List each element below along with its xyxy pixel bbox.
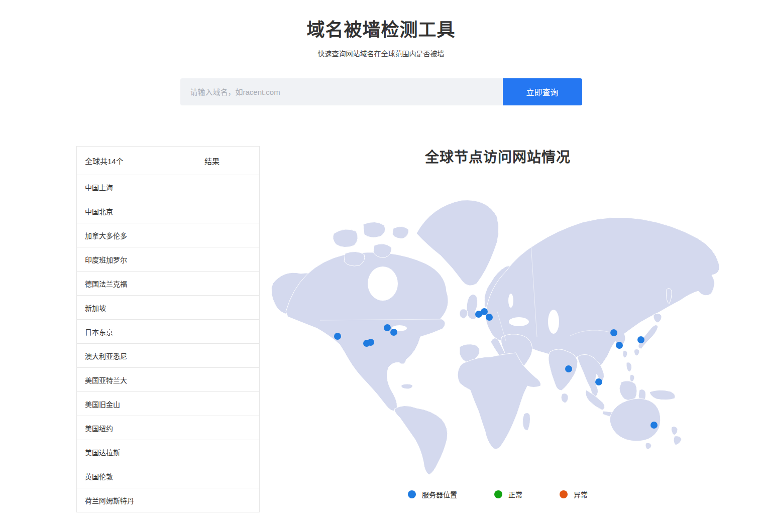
table-header-location: 全球共14个: [77, 156, 204, 166]
domain-search-bar: 立即查询: [180, 78, 582, 105]
table-row: 印度班加罗尔: [77, 247, 259, 272]
map-title: 全球节点访问网站情况: [270, 146, 726, 166]
page-header: 域名被墙检测工具 快速查询网站域名在全球范围内是否被墙: [0, 0, 762, 58]
table-row: 美国亚特兰大: [77, 368, 259, 392]
legend-label: 异常: [574, 489, 588, 499]
location-cell: 中国北京: [77, 206, 204, 216]
table-row: 美国纽约: [77, 416, 259, 440]
server-marker: [637, 336, 644, 343]
location-cell: 荷兰阿姆斯特丹: [77, 495, 204, 505]
location-cell: 中国上海: [77, 182, 204, 192]
table-row: 美国旧金山: [77, 392, 259, 416]
server-location-dot-icon: [408, 490, 416, 498]
server-marker: [650, 422, 658, 429]
location-cell: 美国达拉斯: [77, 447, 204, 457]
location-cell: 印度班加罗尔: [77, 254, 204, 264]
normal-dot-icon: [494, 490, 502, 498]
server-marker: [367, 339, 374, 346]
legend-label: 正常: [508, 489, 522, 499]
location-cell: 美国亚特兰大: [77, 375, 204, 385]
map-legend: 服务器位置 正常 异常: [270, 489, 726, 499]
table-header-result: 结果: [204, 156, 259, 166]
server-marker: [481, 308, 488, 315]
page-subtitle: 快速查询网站域名在全球范围内是否被墙: [0, 48, 762, 58]
table-row: 澳大利亚悉尼: [77, 344, 259, 368]
legend-item-server-location: 服务器位置: [408, 489, 457, 499]
location-cell: 美国纽约: [77, 423, 204, 433]
server-marker: [610, 329, 617, 336]
table-row: 日本东京: [77, 320, 259, 344]
main-content: 全球共14个 结果 中国上海 中国北京 加拿大多伦多 印度班加罗尔 德国法兰克福…: [0, 146, 762, 532]
location-cell: 英国伦敦: [77, 471, 204, 481]
world-map: [270, 185, 726, 476]
legend-item-abnormal: 异常: [560, 489, 588, 499]
table-row: 荷兰阿姆斯特丹: [77, 488, 259, 512]
location-cell: 新加坡: [77, 303, 204, 313]
map-section: 全球节点访问网站情况: [270, 146, 726, 512]
legend-item-normal: 正常: [494, 489, 522, 499]
table-row: 中国北京: [77, 199, 259, 223]
server-marker: [595, 378, 602, 385]
server-marker: [616, 342, 623, 349]
table-header-row: 全球共14个 结果: [77, 147, 259, 175]
query-button[interactable]: 立即查询: [503, 78, 582, 105]
location-cell: 美国旧金山: [77, 399, 204, 409]
server-marker: [334, 333, 341, 340]
abnormal-dot-icon: [560, 490, 568, 498]
location-cell: 加拿大多伦多: [77, 230, 204, 240]
table-row: 新加坡: [77, 296, 259, 320]
domain-input[interactable]: [180, 78, 503, 105]
table-row: 英国伦敦: [77, 464, 259, 488]
table-row: 德国法兰克福: [77, 272, 259, 296]
table-row: 中国上海: [77, 175, 259, 199]
server-marker: [486, 314, 493, 321]
server-marker: [565, 365, 572, 372]
table-row: 加拿大多伦多: [77, 223, 259, 247]
table-row: 美国达拉斯: [77, 440, 259, 464]
server-marker: [390, 329, 397, 336]
location-cell: 澳大利亚悉尼: [77, 351, 204, 361]
results-table: 全球共14个 结果 中国上海 中国北京 加拿大多伦多 印度班加罗尔 德国法兰克福…: [76, 146, 260, 512]
server-marker: [384, 324, 391, 331]
location-cell: 德国法兰克福: [77, 279, 204, 289]
world-map-svg: [270, 185, 726, 476]
location-cell: 日本东京: [77, 327, 204, 337]
page-title: 域名被墙检测工具: [0, 15, 762, 41]
legend-label: 服务器位置: [422, 489, 457, 499]
